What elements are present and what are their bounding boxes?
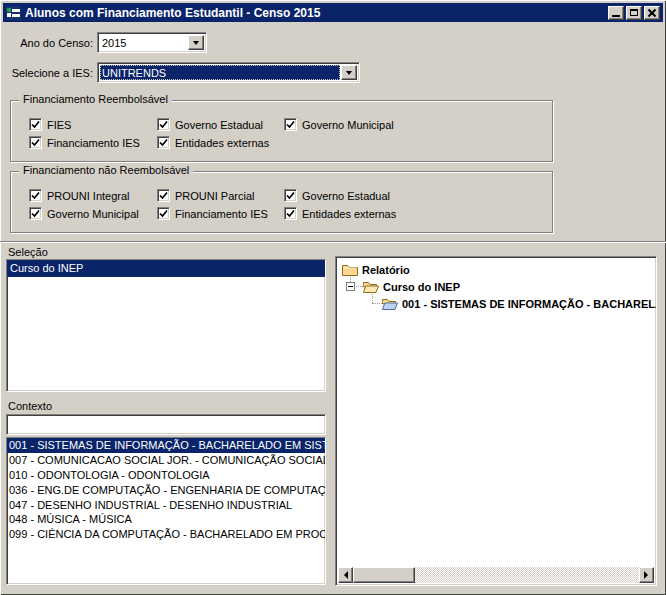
checkbox-entidades-externas[interactable]: Entidades externas (157, 135, 269, 150)
chevron-down-icon (346, 71, 352, 78)
checkbox-box[interactable] (29, 189, 42, 202)
folder-open-icon (363, 280, 379, 293)
checkbox-box[interactable] (284, 189, 297, 202)
maximize-icon (630, 9, 638, 16)
contexto-label: Contexto (8, 400, 52, 412)
checkbox-label: PROUNI Parcial (175, 190, 254, 202)
ano-censo-dropdown-button[interactable] (188, 35, 204, 50)
checkbox-label: Financiamento IES (175, 208, 268, 220)
checkbox-prouni-parcial[interactable]: PROUNI Parcial (157, 188, 254, 203)
close-button[interactable] (644, 6, 660, 20)
chevron-down-icon (193, 41, 199, 48)
checkbox-financiamento-ies[interactable]: Financiamento IES (29, 135, 140, 150)
list-item[interactable]: 047 - DESENHO INDUSTRIAL - DESENHO INDUS… (7, 498, 325, 513)
checkbox-label: Financiamento IES (47, 137, 140, 149)
minimize-icon (612, 15, 620, 17)
checkmark-icon (159, 209, 168, 218)
minimize-button[interactable] (608, 6, 624, 20)
folder-closed-icon (342, 263, 358, 276)
list-item[interactable]: 048 - MÚSICA - MÚSICA (7, 512, 325, 527)
title-bar[interactable]: Alunos com Financiamento Estudantil - Ce… (3, 3, 663, 22)
checkbox-label: Governo Municipal (302, 119, 394, 131)
contexto-filter-input[interactable] (6, 414, 326, 435)
horizontal-separator (0, 241, 666, 243)
checkbox-box[interactable] (284, 118, 297, 131)
horizontal-scrollbar[interactable] (338, 567, 654, 583)
tree-node-label: 001 - SISTEMAS DE INFORMAÇÃO - BACHARELA (402, 298, 656, 310)
arrow-right-icon (644, 571, 652, 579)
checkmark-icon (159, 120, 168, 129)
tree-connector (356, 286, 363, 287)
checkbox-label: Governo Estadual (175, 119, 263, 131)
checkbox-governo-municipal-nr[interactable]: Governo Municipal (29, 206, 139, 221)
checkbox-entidades-externas-nr[interactable]: Entidades externas (284, 206, 396, 221)
checkbox-box[interactable] (29, 136, 42, 149)
list-item[interactable]: 099 - CIÊNCIA DA COMPUTAÇÃO - BACHARELAD… (7, 527, 325, 542)
app-icon (6, 6, 21, 20)
checkbox-box[interactable] (157, 118, 170, 131)
list-item-curso-do-inep[interactable]: Curso do INEP (7, 260, 325, 277)
list-item[interactable]: 007 - COMUNICACAO SOCIAL JOR. - COMUNICA… (7, 453, 325, 468)
ies-combobox[interactable]: UNITRENDS (97, 62, 360, 83)
scrollbar-thumb[interactable] (353, 567, 415, 583)
group-title: Financiamento Reembolsável (19, 93, 172, 105)
checkbox-box[interactable] (157, 136, 170, 149)
contexto-listbox[interactable]: 001 - SISTEMAS DE INFORMAÇÃO - BACHARELA… (6, 437, 326, 585)
ies-value: UNITRENDS (100, 65, 340, 80)
checkmark-icon (286, 191, 295, 200)
checkmark-icon (159, 138, 168, 147)
checkmark-icon (31, 191, 40, 200)
checkmark-icon (286, 209, 295, 218)
checkbox-box[interactable] (29, 118, 42, 131)
tree-node-curso-do-inep[interactable]: Curso do INEP (363, 278, 460, 295)
collapse-expander-icon[interactable] (346, 282, 355, 291)
checkmark-icon (31, 138, 40, 147)
report-treeview[interactable]: Relatório Curso do INEP 001 - SISTEMAS D… (335, 256, 657, 586)
checkbox-box[interactable] (29, 207, 42, 220)
list-item[interactable]: 010 - ODONTOLOGIA - ODONTOLOGIA (7, 468, 325, 483)
checkmark-icon (286, 120, 295, 129)
checkbox-fies[interactable]: FIES (29, 117, 71, 132)
list-item[interactable]: 001 - SISTEMAS DE INFORMAÇÃO - BACHARELA… (7, 438, 325, 453)
checkbox-label: Entidades externas (175, 137, 269, 149)
checkbox-label: Governo Municipal (47, 208, 139, 220)
ano-censo-combobox[interactable]: 2015 (97, 32, 207, 53)
tree-node-label: Relatório (362, 264, 410, 276)
maximize-button[interactable] (626, 6, 642, 20)
window-title: Alunos com Financiamento Estudantil - Ce… (25, 6, 608, 20)
checkbox-label: FIES (47, 119, 71, 131)
ies-label: Selecione a IES: (8, 67, 93, 79)
checkbox-governo-estadual[interactable]: Governo Estadual (157, 117, 263, 132)
group-financiamento-nao-reembolsavel: Financiamento não Reembolsável PROUNI In… (10, 171, 553, 233)
checkbox-box[interactable] (284, 207, 297, 220)
checkbox-label: Entidades externas (302, 208, 396, 220)
checkbox-governo-estadual-nr[interactable]: Governo Estadual (284, 188, 390, 203)
selecao-listbox[interactable]: Curso do INEP (6, 259, 326, 392)
tree-node-label: Curso do INEP (383, 281, 460, 293)
checkbox-box[interactable] (157, 189, 170, 202)
tree-node-relatorio[interactable]: Relatório (342, 261, 410, 278)
group-title: Financiamento não Reembolsável (19, 164, 193, 176)
ano-censo-value: 2015 (100, 35, 187, 50)
close-icon (648, 9, 656, 17)
checkbox-box[interactable] (157, 207, 170, 220)
scroll-left-button[interactable] (338, 567, 353, 583)
tree-connector (372, 303, 382, 304)
checkmark-icon (159, 191, 168, 200)
checkbox-label: PROUNI Integral (47, 190, 130, 202)
list-item[interactable]: 036 - ENG.DE COMPUTAÇÃO - ENGENHARIA DE … (7, 483, 325, 498)
checkmark-icon (31, 209, 40, 218)
checkbox-label: Governo Estadual (302, 190, 390, 202)
dialog-window: Alunos com Financiamento Estudantil - Ce… (0, 0, 666, 595)
checkbox-governo-municipal[interactable]: Governo Municipal (284, 117, 394, 132)
folder-open-blue-icon (382, 297, 398, 310)
ano-censo-label: Ano do Censo: (8, 37, 93, 49)
arrow-left-icon (340, 571, 348, 579)
checkbox-prouni-integral[interactable]: PROUNI Integral (29, 188, 130, 203)
ies-dropdown-button[interactable] (341, 65, 357, 80)
scroll-right-button[interactable] (639, 567, 654, 583)
selecao-label: Seleção (8, 246, 48, 258)
tree-node-curso-001[interactable]: 001 - SISTEMAS DE INFORMAÇÃO - BACHARELA (382, 295, 656, 312)
checkmark-icon (31, 120, 40, 129)
checkbox-financiamento-ies-nr[interactable]: Financiamento IES (157, 206, 268, 221)
